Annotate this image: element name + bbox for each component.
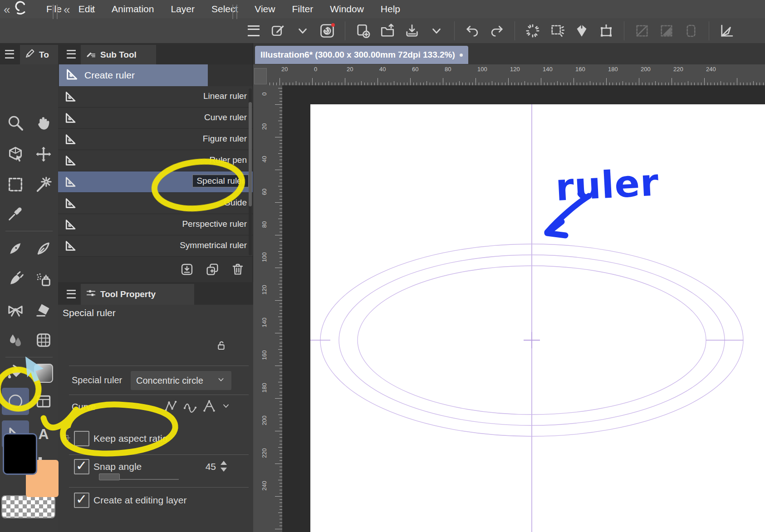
panel-drag-handle[interactable] [232,5,237,19]
transparent-color-swatch[interactable] [1,495,55,518]
gradient-tool[interactable] [34,363,54,383]
decoration-tool[interactable] [5,300,25,320]
subtool-item-symmetrical-ruler[interactable]: Symmetrical ruler [58,235,253,257]
ruler-label: 20 [261,117,267,137]
blend-tool[interactable] [5,330,25,350]
delete-subtool-button[interactable] [230,262,245,277]
ruler-label: 220 [673,66,683,73]
main-color-swatch[interactable] [3,433,37,475]
redo-button[interactable] [488,22,505,39]
subtool-item-figure-ruler[interactable]: Figure ruler [58,129,253,150]
ruler-tick [476,78,476,85]
dup-icon [205,262,220,277]
chev-icon [294,23,311,39]
snap-angle-checkbox[interactable] [74,459,89,474]
chevron-down-button[interactable] [428,22,445,39]
reselect-button[interactable] [549,22,566,39]
move-canvas-tool[interactable] [34,113,54,133]
snap-angle-stepper[interactable] [221,461,227,472]
zoom-tool[interactable] [5,113,25,133]
liquify-tool[interactable] [34,330,54,350]
transform-button[interactable] [598,22,615,39]
subtool-menu-button[interactable] [66,49,76,59]
stepper-down-icon[interactable] [221,468,227,472]
tool-property-menu-button[interactable] [66,289,76,299]
subtool-item-guide[interactable]: Guide [58,193,253,214]
collapse-panel-icon[interactable]: ‹ [90,3,94,17]
eraser-tool[interactable] [34,300,54,320]
figure-tool[interactable] [5,391,25,411]
ruler-tick [606,78,607,85]
auto-select-tool[interactable] [34,175,54,195]
brush-tool[interactable] [5,269,25,289]
keep-aspect-ratio-label: Keep aspect ratio [93,433,167,444]
keep-aspect-ratio-checkbox[interactable] [74,431,89,446]
subtool-item-linear-ruler[interactable]: Linear ruler [58,86,253,107]
menu-filter[interactable]: Filter [292,4,313,15]
ruler-tick [278,153,282,154]
chev-icon [216,375,226,385]
save-button[interactable] [403,22,421,39]
tool-link-button[interactable] [270,22,287,39]
snap-angle-slider-handle[interactable] [99,473,120,480]
menu-layer[interactable]: Layer [171,4,195,15]
clear-selection-button[interactable] [573,22,590,39]
show-on-toolbar-icon[interactable] [59,432,72,446]
subtool-group-create-ruler[interactable]: Create ruler [59,64,208,86]
menu-window[interactable]: Window [330,4,364,15]
special-ruler-dropdown[interactable]: Concentric circle [131,371,231,390]
document-tab[interactable]: Illustration6* (300.00 x 300.00mm 72dpi … [255,46,468,64]
tab-sub-tool[interactable]: Sub Tool [81,45,156,64]
airbrush-tool[interactable] [34,269,54,289]
menu-help[interactable]: Help [381,4,400,15]
move-icon [34,145,53,163]
open-file-button[interactable] [379,22,396,39]
collapse-tool-palette-icon[interactable]: « [4,3,10,17]
subtool-item-special-ruler[interactable]: Special ruler [58,171,253,193]
ruler-tick [280,78,280,85]
eyedropper-tool[interactable] [5,204,25,224]
tab-tool-property[interactable]: Tool Property [81,284,194,305]
undo-button[interactable] [464,22,481,39]
duplicate-subtool-button[interactable] [205,262,220,277]
clip-studio-open-button[interactable] [319,22,336,39]
curve-type-selector[interactable] [163,398,231,414]
snap-angle-value[interactable]: 45 [192,461,216,472]
ruler-tick [296,81,296,85]
move-layer-tool[interactable] [34,144,54,164]
frame-border-tool[interactable] [34,391,54,411]
operation-tool[interactable] [5,144,25,164]
app-logo-icon[interactable] [14,1,29,18]
chevron-down-button[interactable] [294,22,311,39]
collapse-subtool-panel-icon[interactable]: « [64,3,70,17]
main-menu-button[interactable] [245,22,262,39]
selection-launcher-button [633,22,651,39]
ruler-tick [459,81,460,85]
subtool-scrollbar-thumb[interactable] [249,102,252,206]
deselect-button[interactable] [524,22,541,39]
snap-to-ruler-button[interactable] [718,22,736,39]
menu-animation[interactable]: Animation [112,4,154,15]
import-subtool-button[interactable] [180,262,194,277]
new-canvas-button[interactable] [354,22,372,39]
document-tab-dot[interactable] [460,54,463,57]
stepper-up-icon[interactable] [221,461,227,465]
subtool-item-curve-ruler[interactable]: Curve ruler [58,107,253,129]
ruler-tick [737,78,737,85]
save-icon [404,23,420,39]
trash-icon [230,262,245,277]
fill-tool[interactable] [5,363,25,383]
selection-tool[interactable] [5,175,25,195]
lock-button[interactable] [215,339,227,353]
openfolder-icon [379,23,396,39]
hamburger-icon [67,290,76,298]
subtool-item-perspective-ruler[interactable]: Perspective ruler [58,214,253,235]
menu-view[interactable]: View [255,4,275,15]
marquee-icon [6,176,25,194]
pencil-tool[interactable] [34,239,54,259]
subtool-item-ruler-pen[interactable]: Ruler pen [58,150,253,171]
panel-drag-handle[interactable] [53,5,58,19]
pen-tool[interactable] [5,239,25,259]
ruler-origin-box[interactable] [254,68,267,84]
create-at-editing-layer-checkbox[interactable] [74,493,89,508]
